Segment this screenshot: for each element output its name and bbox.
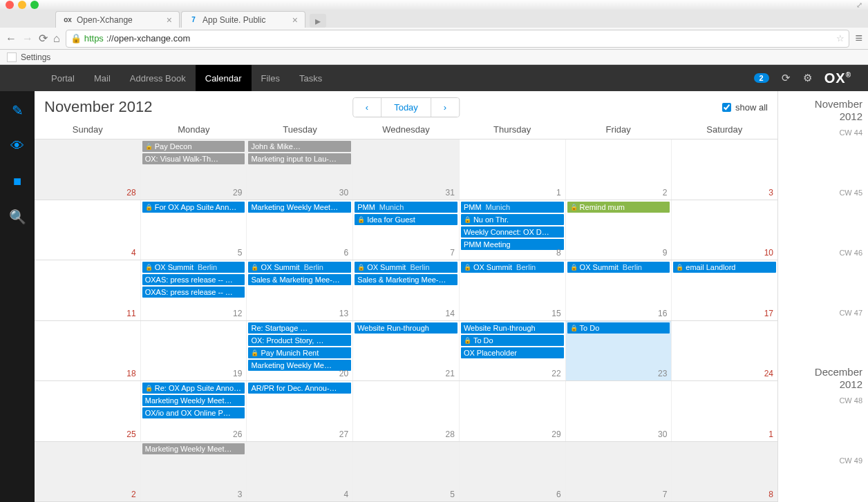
refresh-icon[interactable]: ⟳ (782, 72, 791, 84)
day-cell[interactable]: 4 (247, 442, 353, 502)
gear-icon[interactable]: ⚙ (803, 72, 812, 84)
day-cell[interactable]: 18 (35, 321, 141, 381)
day-cell[interactable]: 30 (566, 381, 672, 441)
calendar-event[interactable]: OXAS: press release -- … (142, 274, 245, 285)
day-cell[interactable]: 1 (672, 381, 777, 441)
day-cell[interactable]: 🔒OX SummitBerlin15 (460, 260, 566, 320)
day-cell[interactable]: Marketing Weekly Meet…6 (247, 200, 353, 260)
day-cell[interactable]: Re: Startpage …OX: Product Story, …🔒Pay … (247, 321, 353, 381)
day-cell[interactable]: 24 (672, 321, 777, 381)
calendar-event[interactable]: Marketing Weekly Meet… (142, 395, 245, 406)
today-button[interactable]: Today (381, 98, 431, 117)
day-cell[interactable]: 🔒Re: OX App Suite Anno…Marketing Weekly … (141, 381, 247, 441)
calendar-event[interactable]: Sales & Marketing Mee-… (355, 274, 457, 285)
calendar-event[interactable]: Website Run-through (461, 322, 564, 334)
day-cell[interactable]: 8 (672, 442, 777, 502)
nav-item-tasks[interactable]: Tasks (290, 65, 332, 91)
day-cell[interactable]: 11 (35, 260, 141, 320)
day-cell[interactable]: 🔒OX SummitBerlinSales & Marketing Mee-…1… (247, 260, 353, 320)
calendar-event[interactable]: 🔒Remind mum (567, 202, 670, 213)
day-cell[interactable]: 19 (141, 321, 247, 381)
day-cell[interactable]: 4 (35, 200, 141, 260)
day-cell[interactable]: 10 (672, 200, 777, 260)
calendar-event[interactable]: 🔒OX SummitBerlin (248, 262, 351, 273)
calendar-event[interactable]: OX Placeholder (461, 347, 564, 358)
calendar-event[interactable]: 🔒To Do (461, 335, 564, 346)
url-bar[interactable]: 🔒 https://open-xchange.com ☆ (66, 30, 850, 48)
eye-icon[interactable]: 👁 (10, 138, 24, 154)
day-cell[interactable]: PMMMunich🔒Idea for Guest7 (353, 200, 460, 260)
day-cell[interactable]: 31 (353, 139, 460, 200)
day-cell[interactable]: 6 (460, 442, 566, 502)
nav-item-portal[interactable]: Portal (41, 65, 84, 91)
calendar-event[interactable]: 🔒OX SummitBerlin (355, 262, 457, 273)
calendar-event[interactable]: 🔒email Landlord (673, 262, 776, 273)
day-cell[interactable]: John & Mike…Marketing input to Lau-…30 (247, 139, 353, 200)
calendar-event[interactable]: 🔒Re: OX App Suite Anno… (142, 383, 245, 394)
day-cell[interactable]: 🔒OX SummitBerlinOXAS: press release -- …… (141, 260, 247, 320)
reload-button[interactable]: ⟳ (39, 32, 48, 45)
day-cell[interactable]: 2 (35, 442, 141, 502)
calendar-event[interactable]: 🔒OX SummitBerlin (461, 262, 564, 273)
show-all-checkbox[interactable] (722, 103, 731, 112)
edit-icon[interactable]: ✎ (12, 102, 23, 119)
calendar-event[interactable]: PMMMunich (461, 202, 564, 213)
calendar-event[interactable]: AR/PR for Dec. Annou-… (248, 383, 351, 394)
bookmark-star-icon[interactable]: ☆ (836, 33, 845, 44)
nav-item-address-book[interactable]: Address Book (120, 65, 196, 91)
tab-close-icon[interactable]: × (292, 15, 298, 26)
day-cell[interactable]: 29 (460, 381, 566, 441)
calendar-event[interactable]: 🔒OX SummitBerlin (567, 262, 670, 273)
day-cell[interactable]: 🔒Pay DeconOX: Visual Walk-Th…29 (141, 139, 247, 200)
calendar-event[interactable]: Marketing Weekly Me… (248, 360, 351, 371)
nav-item-mail[interactable]: Mail (84, 65, 120, 91)
day-cell[interactable]: Marketing Weekly Meet…3 (141, 442, 247, 502)
calendar-event[interactable]: 🔒OX SummitBerlin (142, 262, 245, 273)
calendar-event[interactable]: 🔒Idea for Guest (355, 214, 457, 225)
tab-close-icon[interactable]: × (167, 15, 172, 26)
day-cell[interactable]: 🔒Remind mum9 (566, 200, 672, 260)
day-cell[interactable]: Website Run-through🔒To DoOX Placeholder2… (460, 321, 566, 381)
calendar-event[interactable]: OXAS: press release -- … (142, 287, 245, 298)
show-all-toggle[interactable]: show all (722, 102, 768, 113)
day-cell[interactable]: 🔒OX SummitBerlinSales & Marketing Mee-…1… (353, 260, 460, 320)
calendar-event[interactable]: Marketing Weekly Meet… (142, 443, 245, 454)
day-cell[interactable]: 3 (672, 139, 777, 200)
nav-item-files[interactable]: Files (252, 65, 290, 91)
nav-item-calendar[interactable]: Calendar (196, 65, 252, 91)
day-cell[interactable]: AR/PR for Dec. Annou-…27 (247, 381, 353, 441)
calendar-event[interactable]: John & Mike… (248, 141, 351, 152)
minimize-window-icon[interactable] (18, 1, 26, 9)
day-cell[interactable]: 🔒For OX App Suite Ann…5 (141, 200, 247, 260)
forward-button[interactable]: → (22, 32, 33, 45)
calendar-event[interactable]: 🔒Nu on Thr. (461, 214, 564, 225)
day-cell[interactable]: 7 (566, 442, 672, 502)
day-cell[interactable]: 2 (566, 139, 672, 200)
browser-menu-icon[interactable]: ≡ (855, 31, 862, 46)
day-cell[interactable]: 28 (353, 381, 460, 441)
close-window-icon[interactable] (6, 1, 14, 9)
day-cell[interactable]: 🔒email Landlord17 (672, 260, 777, 320)
notification-badge[interactable]: 2 (754, 73, 769, 83)
calendar-event[interactable]: 🔒Pay Decon (142, 141, 245, 152)
maximize-window-icon[interactable] (30, 1, 39, 9)
calendar-event[interactable]: Re: Startpage … (248, 322, 351, 334)
day-cell[interactable]: 28 (35, 139, 141, 200)
calendar-event[interactable]: 🔒Pay Munich Rent (248, 347, 351, 358)
day-cell[interactable]: PMMMunich🔒Nu on Thr.Weekly Connect: OX D… (460, 200, 566, 260)
calendar-event[interactable]: 🔒To Do (567, 322, 670, 334)
folder-icon[interactable]: ■ (13, 173, 21, 189)
fullscreen-icon[interactable]: ⤢ (856, 1, 862, 10)
calendar-event[interactable]: Marketing Weekly Meet… (248, 202, 351, 213)
next-button[interactable]: › (431, 98, 459, 117)
day-cell[interactable]: 1 (460, 139, 566, 200)
calendar-event[interactable]: Marketing input to Lau-… (248, 153, 351, 164)
home-button[interactable]: ⌂ (53, 32, 60, 45)
day-cell[interactable]: 🔒OX SummitBerlin16 (566, 260, 672, 320)
day-cell[interactable]: 5 (353, 442, 460, 502)
new-tab-button[interactable]: ▸ (310, 14, 326, 28)
day-cell[interactable]: 25 (35, 381, 141, 441)
calendar-event[interactable]: 🔒For OX App Suite Ann… (142, 202, 245, 213)
calendar-event[interactable]: OX: Visual Walk-Th… (142, 153, 245, 164)
calendar-event[interactable]: PMMMunich (355, 202, 457, 213)
